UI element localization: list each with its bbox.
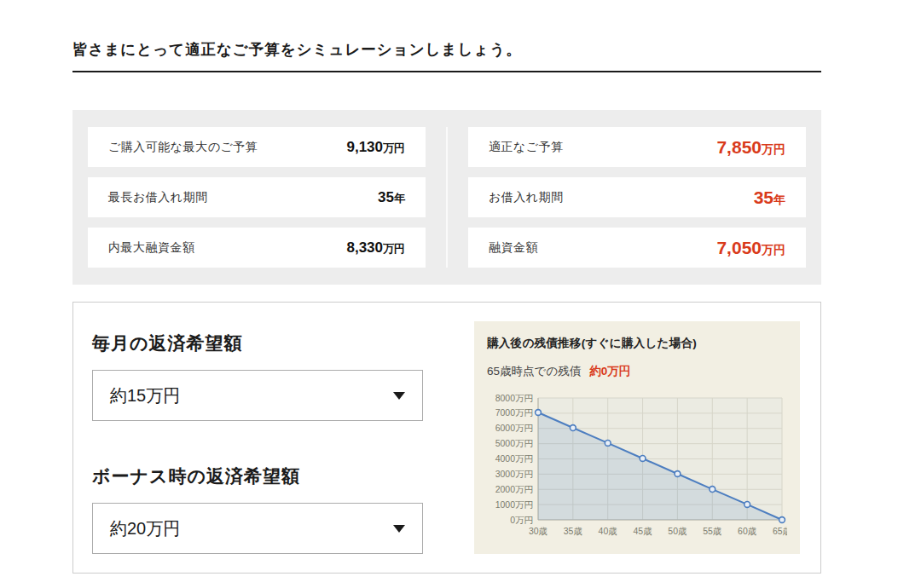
max-budget-column: ご購入可能な最大のご予算 9,130万円 最長お借入れ期間 35年 内最大融資金… <box>88 127 446 268</box>
repayment-controls: 毎月の返済希望額 約15万円 ボーナス時の返済希望額 約20万円 <box>92 321 474 554</box>
svg-text:55歳: 55歳 <box>703 526 721 536</box>
table-row: ご購入可能な最大のご予算 9,130万円 <box>88 127 426 167</box>
svg-text:6000万円: 6000万円 <box>495 423 533 433</box>
monthly-repayment-label: 毎月の返済希望額 <box>92 331 474 355</box>
budget-summary-panel: ご購入可能な最大のご予算 9,130万円 最長お借入れ期間 35年 内最大融資金… <box>72 110 821 285</box>
row-label: 最長お借入れ期間 <box>108 190 208 205</box>
table-row: お借入れ期間 35年 <box>468 177 806 217</box>
svg-text:7000万円: 7000万円 <box>495 407 533 418</box>
selected-value: 約20万円 <box>110 517 180 540</box>
svg-text:40歳: 40歳 <box>599 526 617 536</box>
row-label: お借入れ期間 <box>489 190 564 205</box>
row-value-accent: 35年 <box>754 187 785 208</box>
table-row: 適正なご予算 7,850万円 <box>468 127 806 167</box>
svg-text:35歳: 35歳 <box>564 526 582 536</box>
svg-text:2000万円: 2000万円 <box>495 484 533 494</box>
main-container: 皆さまにとって適正なご予算をシミュレーションしましょう。 ご購入可能な最大のご予… <box>72 39 821 574</box>
svg-text:0万円: 0万円 <box>510 515 533 525</box>
selected-value: 約15万円 <box>110 384 180 407</box>
bonus-repayment-select[interactable]: 約20万円 <box>92 503 423 554</box>
svg-text:4000万円: 4000万円 <box>495 453 533 464</box>
annotation-value: 約0万円 <box>589 365 630 378</box>
row-value: 35年 <box>378 189 405 206</box>
svg-text:30歳: 30歳 <box>529 526 547 536</box>
svg-text:5000万円: 5000万円 <box>495 438 533 448</box>
row-label: 融資金額 <box>489 240 538 256</box>
svg-text:60歳: 60歳 <box>738 526 756 536</box>
chart-annotation: 65歳時点での残債約0万円 <box>487 364 787 379</box>
row-value: 9,130万円 <box>346 139 405 156</box>
chart-title: 購入後の残債推移(すぐに購入した場合) <box>487 336 787 351</box>
bonus-repayment-label: ボーナス時の返済希望額 <box>92 464 474 488</box>
simulation-panel: 毎月の返済希望額 約15万円 ボーナス時の返済希望額 約20万円 購入後の残債推… <box>72 302 821 574</box>
row-label: 適正なご予算 <box>489 140 564 155</box>
row-value-accent: 7,850万円 <box>716 137 785 158</box>
row-value-accent: 7,050万円 <box>716 238 785 258</box>
caret-down-icon <box>393 525 405 533</box>
proper-budget-column: 適正なご予算 7,850万円 お借入れ期間 35年 融資金額 7,050万円 <box>448 127 806 268</box>
svg-text:1000万円: 1000万円 <box>495 499 533 510</box>
svg-text:45歳: 45歳 <box>633 526 652 536</box>
area-chart-svg: 0万円1000万円2000万円3000万円4000万円5000万円6000万円7… <box>487 389 787 541</box>
remaining-debt-chart: 0万円1000万円2000万円3000万円4000万円5000万円6000万円7… <box>487 389 787 545</box>
table-row: 融資金額 7,050万円 <box>468 228 806 268</box>
monthly-repayment-select[interactable]: 約15万円 <box>92 370 423 421</box>
monthly-repayment-group: 毎月の返済希望額 約15万円 <box>92 331 474 421</box>
row-label: ご購入可能な最大のご予算 <box>108 140 258 155</box>
svg-text:50歳: 50歳 <box>668 526 687 536</box>
page-title: 皆さまにとって適正なご予算をシミュレーションしましょう。 <box>72 39 821 72</box>
svg-text:8000万円: 8000万円 <box>495 393 533 403</box>
table-row: 内最大融資金額 8,330万円 <box>88 228 426 268</box>
bonus-repayment-group: ボーナス時の返済希望額 約20万円 <box>92 464 474 554</box>
annotation-label: 65歳時点での残債 <box>487 365 581 378</box>
svg-text:65歳: 65歳 <box>773 526 787 536</box>
svg-text:3000万円: 3000万円 <box>495 469 533 479</box>
table-row: 最長お借入れ期間 35年 <box>88 177 426 217</box>
caret-down-icon <box>393 392 405 400</box>
row-value: 8,330万円 <box>346 239 405 257</box>
row-label: 内最大融資金額 <box>108 240 195 256</box>
debt-transition-panel: 購入後の残債推移(すぐに購入した場合) 65歳時点での残債約0万円 0万円100… <box>474 321 800 554</box>
